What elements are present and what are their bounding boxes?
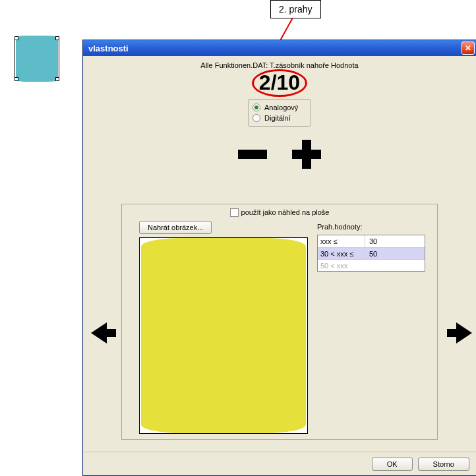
ok-button[interactable]: OK <box>372 458 413 471</box>
next-arrow[interactable] <box>447 320 473 346</box>
threshold-row[interactable]: xxx ≤ 30 <box>318 235 425 247</box>
threshold-row-selected[interactable]: 30 < xxx ≤ 50 <box>318 247 425 259</box>
checkbox-label: použít jako náhled na ploše <box>241 208 330 216</box>
radio-analog-label: Analogový <box>264 104 298 111</box>
dialog-footer: OK Storno <box>83 452 476 475</box>
thresholds-table[interactable]: xxx ≤ 30 30 < xxx ≤ 50 50 < xxx <box>317 235 425 272</box>
resize-handle[interactable] <box>15 77 18 81</box>
subtitle: Alle Funktionen.DAT: T.zásobník nahoře H… <box>83 61 476 69</box>
highlight-ellipse <box>252 69 307 97</box>
radio-dot-icon <box>253 114 260 122</box>
resize-handle[interactable] <box>55 77 59 81</box>
threshold-expr: 30 < xxx ≤ <box>318 248 365 259</box>
cylinder-thumbnail[interactable] <box>15 36 59 81</box>
window-title: vlastnosti <box>88 44 129 53</box>
threshold-val: 50 <box>365 250 425 258</box>
properties-dialog: vlastnosti ✕ Alle Funktionen.DAT: T.záso… <box>82 40 476 476</box>
radio-dot-icon <box>253 104 260 111</box>
threshold-expr: xxx ≤ <box>318 235 365 247</box>
preview-canvas <box>139 237 308 434</box>
threshold-row-disabled: 50 < xxx <box>318 259 425 271</box>
radio-digital-label: Digitální <box>264 114 291 122</box>
preview-groupbox: použít jako náhled na ploše Nahrát obráz… <box>121 204 438 440</box>
resize-handle[interactable] <box>55 36 59 40</box>
use-as-preview-checkbox[interactable] <box>230 208 239 217</box>
increment-controls <box>83 140 476 169</box>
radio-digital[interactable]: Digitální <box>253 113 307 123</box>
mode-radio-group: Analogový Digitální <box>248 99 311 127</box>
yellow-cylinder-icon <box>141 247 306 424</box>
close-button[interactable]: ✕ <box>461 42 475 55</box>
page-counter: 2/10 <box>83 71 476 95</box>
cancel-button[interactable]: Storno <box>418 458 469 471</box>
plus-button[interactable] <box>292 140 321 169</box>
minus-button[interactable] <box>238 140 267 169</box>
load-image-button[interactable]: Nahrát obrázek... <box>139 221 212 234</box>
threshold-val: 30 <box>365 237 425 245</box>
annotation-prahy: 2. prahy <box>270 0 321 18</box>
radio-analog[interactable]: Analogový <box>253 102 307 113</box>
thresholds-label: Prah.hodnoty: <box>317 223 363 231</box>
resize-handle[interactable] <box>15 36 18 40</box>
threshold-expr: 50 < xxx <box>318 260 365 271</box>
prev-arrow[interactable] <box>90 320 116 346</box>
dialog-body: Alle Funktionen.DAT: T.zásobník nahoře H… <box>83 56 476 452</box>
titlebar[interactable]: vlastnosti ✕ <box>83 40 476 56</box>
